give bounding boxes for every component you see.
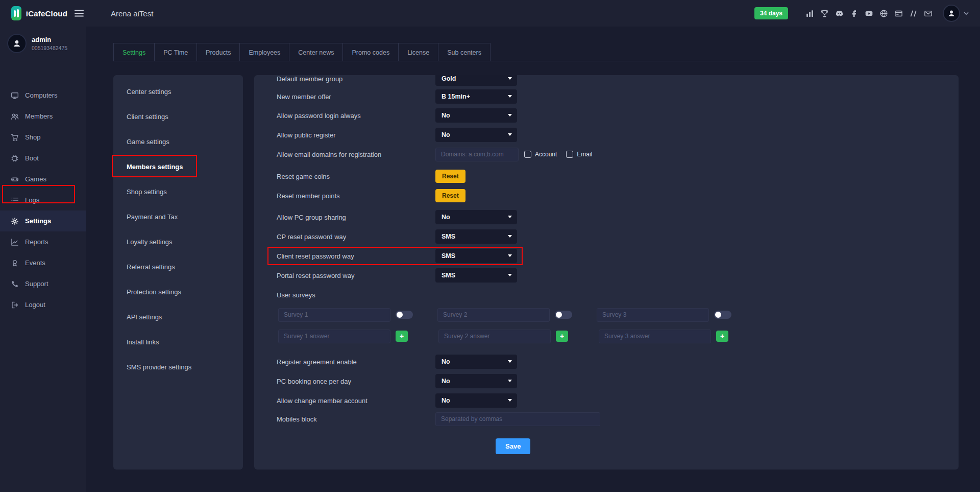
cp-reset-password-way-select[interactable]: SMS (435, 229, 517, 244)
default-member-group-select[interactable]: Gold (435, 75, 517, 86)
mail-icon[interactable] (921, 9, 936, 18)
select-value: SMS (442, 233, 455, 240)
form-row-new-member-offer: New member offer B 15min+ (277, 89, 938, 104)
allow-change-member-account-select[interactable]: No (435, 393, 517, 408)
form-row-save: Save (277, 438, 938, 454)
tab-center-news[interactable]: Center news (289, 43, 343, 61)
nav-item-loyalty-settings[interactable]: Loyalty settings (113, 229, 243, 254)
sidebar-item-events[interactable]: Events (0, 252, 86, 273)
nav-item-referral-settings[interactable]: Referral settings (113, 254, 243, 279)
nav-item-install-links[interactable]: Install links (113, 330, 243, 355)
survey-1-toggle[interactable] (396, 311, 413, 319)
nav-item-protection-settings[interactable]: Protection settings (113, 279, 243, 304)
facebook-icon[interactable] (847, 9, 862, 18)
tab-license[interactable]: License (398, 43, 438, 61)
field-label: Allow public register (277, 131, 435, 139)
survey-3-add-button[interactable]: + (716, 331, 728, 342)
nav-item-label: Members settings (127, 163, 183, 171)
youtube-icon[interactable] (862, 9, 876, 18)
sidebar-user[interactable]: admin 005193482475 (0, 27, 86, 53)
tab-products[interactable]: Products (197, 43, 240, 61)
sidebar-item-reports[interactable]: Reports (0, 231, 86, 252)
survey-1-add-button[interactable]: + (396, 331, 408, 342)
brand[interactable]: iCafeCloud (0, 6, 67, 20)
sidebar-item-label: Logout (25, 301, 45, 309)
tab-employees[interactable]: Employees (239, 43, 289, 61)
nav-item-label: Shop settings (127, 188, 167, 196)
portal-reset-password-way-select[interactable]: SMS (435, 268, 517, 283)
billing-icon[interactable] (891, 9, 906, 18)
sidebar-item-computers[interactable]: Computers (0, 85, 86, 106)
sidebar-item-support[interactable]: Support (0, 273, 86, 294)
form-row-client-reset-password-way: Client reset password way SMS (277, 248, 938, 264)
field-label: Register agreement enable (277, 358, 435, 366)
sidebar-item-label: Games (25, 175, 46, 183)
account-checkbox[interactable] (524, 151, 531, 158)
sidebar-item-logout[interactable]: Logout (0, 294, 86, 315)
checkbox-label: Account (535, 151, 557, 158)
survey-1-input[interactable] (278, 308, 390, 322)
users-icon (11, 112, 19, 121)
hamburger-menu-icon[interactable] (70, 6, 88, 21)
allow-password-login-select[interactable]: No (435, 108, 517, 123)
reset-member-points-button[interactable]: Reset (435, 189, 465, 202)
register-agreement-select[interactable]: No (435, 355, 517, 369)
nav-item-label: Game settings (127, 138, 169, 146)
email-domains-input[interactable] (435, 148, 519, 161)
field-label: CP reset password way (277, 233, 435, 241)
survey-2-input[interactable] (437, 308, 550, 322)
analytics-icon[interactable] (802, 9, 817, 18)
nav-item-sms-provider-settings[interactable]: SMS provider settings (113, 355, 243, 380)
nav-item-label: Loyalty settings (127, 238, 173, 246)
user-avatar[interactable] (943, 5, 960, 22)
survey-3-toggle[interactable] (714, 311, 731, 319)
nav-item-shop-settings[interactable]: Shop settings (113, 179, 243, 204)
email-checkbox[interactable] (566, 151, 573, 158)
tab-label: Employees (249, 49, 280, 56)
brand-logo-icon (11, 6, 21, 20)
survey-2-add-button[interactable]: + (556, 331, 568, 342)
allow-pc-group-sharing-select[interactable]: No (435, 210, 517, 224)
sidebar-item-games[interactable]: Games (0, 169, 86, 190)
nav-item-members-settings[interactable]: Members settings (113, 154, 243, 179)
nav-item-game-settings[interactable]: Game settings (113, 129, 243, 154)
allow-public-register-select[interactable]: No (435, 128, 517, 142)
sidebar-item-shop[interactable]: Shop (0, 127, 86, 148)
discord-icon[interactable] (832, 9, 847, 18)
website-icon[interactable] (876, 9, 891, 18)
reset-game-coins-button[interactable]: Reset (435, 170, 465, 183)
chevron-down-icon[interactable] (964, 12, 969, 15)
nav-item-payment-and-tax[interactable]: Payment and Tax (113, 204, 243, 229)
survey-1-answer-input[interactable] (278, 330, 390, 343)
trophy-icon[interactable] (817, 9, 832, 18)
survey-3-input[interactable] (597, 308, 709, 322)
tab-sub-centers[interactable]: Sub centers (438, 43, 491, 61)
survey-2-answer-input[interactable] (438, 330, 551, 343)
nav-item-center-settings[interactable]: Center settings (113, 79, 243, 104)
field-label: User surveys (277, 291, 435, 299)
mobiles-block-input[interactable] (435, 412, 600, 426)
medal-icon (11, 259, 19, 267)
form-row-email-domains: Allow email domains for registration Acc… (277, 147, 938, 162)
tab-settings[interactable]: Settings (113, 43, 155, 61)
tab-promo-codes[interactable]: Promo codes (342, 43, 399, 61)
sidebar-item-boot[interactable]: Boot (0, 148, 86, 169)
nav-item-api-settings[interactable]: API settings (113, 304, 243, 330)
client-reset-password-way-select[interactable]: SMS (435, 249, 517, 263)
save-button[interactable]: Save (496, 438, 530, 454)
field-label: Allow PC group sharing (277, 214, 435, 221)
nav-item-client-settings[interactable]: Client settings (113, 104, 243, 129)
tab-pc-time[interactable]: PC Time (154, 43, 197, 61)
form-row-survey-inputs (278, 307, 938, 322)
sidebar-item-settings[interactable]: Settings (0, 210, 86, 231)
monitor-icon (11, 91, 19, 100)
sidebar-item-members[interactable]: Members (0, 106, 86, 127)
new-member-offer-select[interactable]: B 15min+ (435, 89, 517, 104)
pc-booking-select[interactable]: No (435, 374, 517, 388)
form-row-allow-pc-group-sharing: Allow PC group sharing No (277, 209, 938, 225)
survey-2-toggle[interactable] (555, 311, 572, 319)
chart-icon (11, 238, 19, 246)
survey-3-answer-input[interactable] (599, 330, 711, 343)
sidebar-item-logs[interactable]: Logs (0, 190, 86, 210)
reviews-icon[interactable] (906, 9, 921, 18)
